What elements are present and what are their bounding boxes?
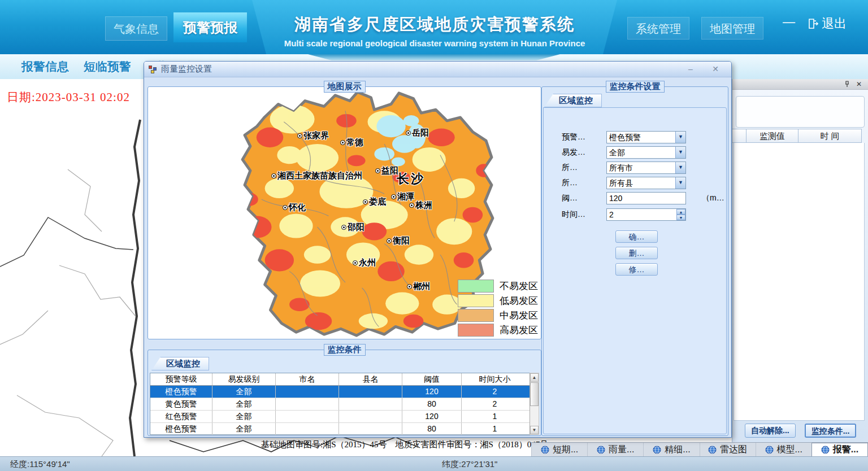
time-size-spinner[interactable]: 2	[606, 208, 686, 221]
spinner-buttons: ▲ ▼	[676, 209, 685, 220]
modify-button[interactable]: 修…	[615, 263, 658, 276]
monitor-conditions-group-label: 监控条件	[324, 344, 366, 356]
threshold-unit-label: （m…	[702, 193, 724, 203]
rainfall-monitor-settings-dialog: 雨量监控设置 – ✕ 地图展示	[144, 61, 732, 438]
threshold-input[interactable]: 120	[606, 192, 686, 204]
legend-swatch	[458, 294, 494, 307]
column-city[interactable]: 市名	[276, 373, 339, 385]
door-exit-icon	[807, 18, 818, 29]
legend-label: 不易发区	[500, 280, 538, 293]
field-label: 所…	[562, 163, 578, 173]
nav-button-map-manage[interactable]: 地图管理	[701, 17, 763, 40]
taskbar-tab-fine[interactable]: 精细...	[643, 443, 699, 456]
susceptibility-select[interactable]: 全部 ▼	[606, 146, 686, 159]
table-row[interactable]: 黄色预警 全部 80 2	[150, 398, 530, 411]
city-select[interactable]: 所有市 ▼	[606, 162, 686, 174]
globe-icon	[597, 446, 605, 454]
city-marker-icon	[387, 238, 392, 243]
delete-button[interactable]: 删…	[615, 247, 658, 259]
dock-column-time[interactable]: 时 间	[798, 129, 862, 143]
taskbar-tab-rainfall[interactable]: 雨量...	[587, 443, 643, 456]
table-row[interactable]: 橙色预警 全部 120 2	[150, 386, 530, 398]
form-row-threshold: 阈… 120 （m…	[544, 192, 726, 204]
field-label: 阈…	[562, 193, 578, 203]
dialog-titlebar[interactable]: 雨量监控设置 – ✕	[144, 62, 731, 77]
globe-icon	[541, 446, 549, 454]
chevron-down-icon[interactable]: ▼	[675, 147, 685, 158]
city-label: 岳阳	[406, 128, 429, 138]
dock-close-icon[interactable]: ✕	[856, 81, 863, 88]
city-label: 邵阳	[341, 222, 364, 233]
taskbar-tab-shortterm[interactable]: 短期...	[531, 443, 587, 456]
monitor-conditions-table: 预警等级 易发级别 市名 县名 阈值 时间大小 橙色预警 全部 120 2 黄色…	[150, 373, 531, 435]
taskbar-tab-label: 精细...	[665, 444, 690, 456]
dialog-close-button[interactable]: ✕	[708, 64, 723, 75]
form-row-city: 所… 所有市 ▼	[544, 162, 726, 174]
chevron-down-icon[interactable]: ▼	[675, 177, 685, 189]
auto-release-button[interactable]: 自动解除...	[745, 424, 796, 438]
form-row-county: 所… 所有县 ▼	[544, 177, 726, 189]
nav-tab-weather-info[interactable]: 气象信息	[105, 16, 167, 41]
column-warning-level[interactable]: 预警等级	[150, 373, 212, 385]
taskbar-tab-label: 模型...	[777, 444, 802, 456]
column-time-size[interactable]: 时间大小	[462, 373, 528, 385]
region-monitor-tab[interactable]: 区域监控	[544, 94, 602, 107]
spinner-up-icon[interactable]: ▲	[676, 209, 685, 215]
column-susceptibility[interactable]: 易发级别	[212, 373, 276, 385]
chevron-down-icon[interactable]: ▼	[675, 132, 685, 143]
select-value: 所有市	[609, 163, 633, 173]
hazard-map[interactable]: 张家界 常德 岳阳 益阳 长沙 湘西土家族苗族自治州 怀化 娄底 湘潭 株洲 邵…	[150, 89, 539, 337]
table-row[interactable]: 红色预警 全部 120 1	[150, 411, 530, 423]
dock-column-partial	[732, 129, 747, 143]
legend-swatch	[458, 280, 494, 293]
table-row[interactable]: 橙色预警 全部 80 1	[150, 423, 530, 435]
globe-icon	[708, 446, 717, 454]
table-scrollbar[interactable]: ▲ ▼	[530, 373, 539, 435]
select-value: 全部	[609, 148, 625, 158]
app-title: 湖南省多尺度区域地质灾害预警系统	[252, 14, 617, 36]
field-label: 时间…	[562, 210, 585, 220]
warning-level-select[interactable]: 橙色预警 ▼	[606, 131, 686, 143]
scroll-down-icon[interactable]: ▼	[530, 426, 539, 434]
spinner-down-icon[interactable]: ▼	[676, 215, 685, 220]
alarm-dock-panel: ✕ 监测值 时 间 自动解除... 监控条件...	[732, 79, 868, 456]
dock-column-monitor-value[interactable]: 监测值	[747, 129, 798, 143]
app-subtitle: Multi scale regional geological disaster…	[252, 38, 617, 48]
region-monitor-tab[interactable]: 区域监控	[151, 357, 209, 370]
window-minimize-button[interactable]: —	[783, 15, 800, 32]
subnav-item-alarm-info[interactable]: 报警信息	[21, 59, 69, 75]
legend-swatch	[458, 309, 494, 322]
exit-button[interactable]: 退出	[807, 15, 847, 33]
nav-button-system-manage[interactable]: 系统管理	[627, 17, 689, 40]
taskbar-tab-alarm[interactable]: 报警...	[811, 443, 868, 456]
city-label: 郴州	[407, 281, 430, 292]
column-county[interactable]: 县名	[339, 373, 402, 385]
field-label: 易发…	[562, 147, 585, 158]
scroll-up-icon[interactable]: ▲	[530, 373, 539, 382]
county-select[interactable]: 所有县 ▼	[606, 177, 686, 189]
city-marker-icon	[297, 133, 302, 138]
monitor-conditions-group: 监控条件 区域监控 预警等级 易发级别 市名 县名 阈值 时间大小 橙色预警 全…	[147, 350, 541, 436]
monitor-condition-button[interactable]: 监控条件...	[805, 424, 857, 438]
legend-row: 中易发区	[458, 309, 538, 322]
taskbar-tab-model[interactable]: 模型...	[756, 443, 811, 456]
scroll-thumb[interactable]	[530, 382, 539, 406]
subnav-item-nowcast-warning[interactable]: 短临预警	[84, 59, 131, 75]
pin-icon[interactable]	[844, 81, 850, 88]
nav-tab-warning-forecast[interactable]: 预警预报	[173, 12, 247, 42]
settings-form: 预警… 橙色预警 ▼ 易发… 全部 ▼ 所… 所有市	[543, 107, 727, 434]
city-marker-icon	[363, 199, 368, 204]
taskbar-tab-radar[interactable]: 雷达图	[700, 443, 756, 456]
city-label: 株洲	[409, 200, 432, 211]
field-label: 预警…	[562, 132, 585, 142]
table-header-row: 预警等级 易发级别 市名 县名 阈值 时间大小	[150, 373, 530, 386]
city-label: 娄底	[363, 197, 386, 207]
dialog-minimize-button[interactable]: –	[683, 64, 698, 75]
form-row-warning-level: 预警… 橙色预警 ▼	[544, 131, 726, 143]
chevron-down-icon[interactable]: ▼	[675, 162, 685, 173]
column-threshold[interactable]: 阈值	[402, 373, 462, 385]
legend-swatch	[458, 324, 494, 337]
current-date-label: 日期:2023-03-31 02:02	[7, 89, 130, 105]
dock-toolbar-area	[736, 96, 865, 128]
confirm-button[interactable]: 确…	[615, 230, 658, 243]
